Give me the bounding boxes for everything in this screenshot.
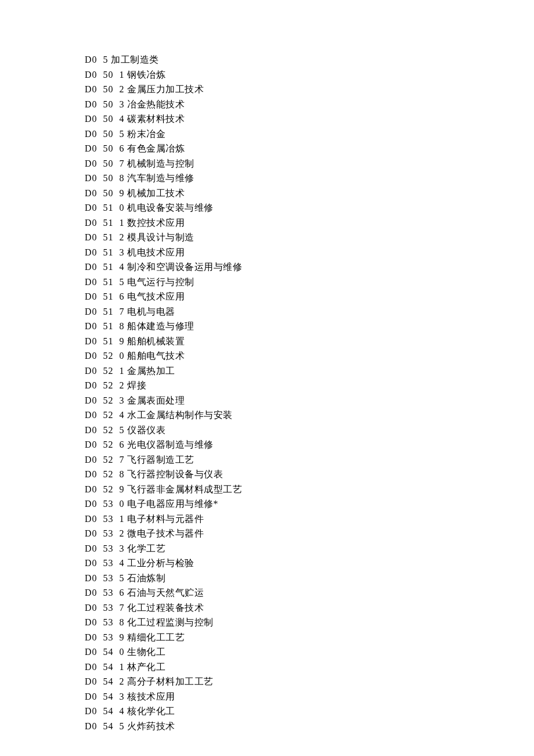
classification-name: 电机与电器 <box>127 307 175 316</box>
classification-name: 船舶机械装置 <box>127 336 185 346</box>
list-item: D0 53 8 化工过程监测与控制 <box>85 615 534 630</box>
list-item: D0 53 3 化学工艺 <box>85 541 534 556</box>
list-item: D0 53 2 微电子技术与器件 <box>85 526 534 541</box>
list-item: D0 51 8 船体建造与修理 <box>85 319 534 334</box>
classification-code: D0 54 5 <box>85 721 125 731</box>
classification-code: D0 54 0 <box>85 647 125 657</box>
classification-code: D0 53 0 <box>85 499 125 509</box>
classification-code: D0 53 7 <box>85 603 125 613</box>
classification-name: 船舶电气技术 <box>127 351 185 361</box>
list-item: D0 52 5 仪器仪表 <box>85 423 534 438</box>
classification-name: 机电设备安装与维修 <box>127 203 214 213</box>
list-item: D0 52 2 焊接 <box>85 378 534 393</box>
classification-code: D0 52 5 <box>85 425 125 435</box>
classification-code: D0 54 1 <box>85 662 125 672</box>
list-item: D0 50 5 粉末冶金 <box>85 127 534 142</box>
classification-name: 数控技术应用 <box>127 218 185 228</box>
list-item: D0 50 9 机械加工技术 <box>85 186 534 201</box>
classification-name: 光电仪器制造与维修 <box>127 440 214 449</box>
classification-code: D0 51 8 <box>85 321 125 331</box>
classification-name: 机械加工技术 <box>127 188 185 198</box>
classification-name: 核化学化工 <box>127 706 175 716</box>
classification-name: 核技术应用 <box>127 692 175 701</box>
classification-code: D0 51 0 <box>85 203 125 213</box>
classification-code: D0 52 2 <box>85 380 125 390</box>
list-item: D0 51 2 模具设计与制造 <box>85 230 534 245</box>
classification-code: D0 54 4 <box>85 706 125 716</box>
list-item: D0 52 1 金属热加工 <box>85 363 534 379</box>
classification-name: 水工金属结构制作与安装 <box>127 410 233 420</box>
list-item: D0 54 4 核化学化工 <box>85 704 534 719</box>
classification-code: D0 51 6 <box>85 291 125 301</box>
list-item: D0 52 0 船舶电气技术 <box>85 348 534 363</box>
classification-name: 制冷和空调设备运用与维修 <box>127 262 242 272</box>
classification-name: 机械制造与控制 <box>127 159 194 168</box>
classification-name: 加工制造类 <box>111 55 159 64</box>
classification-name: 火炸药技术 <box>127 721 175 731</box>
classification-name: 精细化工工艺 <box>127 632 185 642</box>
list-item: D0 53 7 化工过程装备技术 <box>85 600 534 615</box>
classification-code: D0 53 6 <box>85 588 125 597</box>
classification-name: 粉末冶金 <box>127 129 165 139</box>
classification-code: D0 51 2 <box>85 232 125 242</box>
classification-name: 电子材料与元器件 <box>127 514 204 524</box>
classification-code: D0 51 9 <box>85 336 125 346</box>
list-item: D0 52 8 飞行器控制设备与仪表 <box>85 467 534 482</box>
classification-code: D0 51 3 <box>85 247 125 257</box>
classification-code: D0 52 1 <box>85 366 125 376</box>
classification-name: 高分子材料加工工艺 <box>127 676 214 686</box>
classification-code: D0 50 1 <box>85 70 125 80</box>
classification-code: D0 51 4 <box>85 262 125 272</box>
list-item: D0 51 7 电机与电器 <box>85 304 534 319</box>
classification-list: D0 5 加工制造类D0 50 1 钢铁冶炼D0 50 2 金属压力加工技术D0… <box>85 52 534 733</box>
list-item: D0 50 4 碳素材料技术 <box>85 111 534 127</box>
classification-code: D0 52 3 <box>85 395 125 405</box>
list-item: D0 51 4 制冷和空调设备运用与维修 <box>85 260 534 275</box>
list-item: D0 50 6 有色金属冶炼 <box>85 141 534 156</box>
classification-name: 微电子技术与器件 <box>127 528 204 538</box>
list-item: D0 54 1 林产化工 <box>85 660 534 675</box>
classification-code: D0 52 9 <box>85 484 125 494</box>
list-item: D0 51 6 电气技术应用 <box>85 289 534 304</box>
classification-code: D0 50 3 <box>85 99 125 109</box>
list-item: D0 52 4 水工金属结构制作与安装 <box>85 408 534 423</box>
classification-name: 模具设计与制造 <box>127 232 194 242</box>
classification-code: D0 52 4 <box>85 410 125 420</box>
list-item: D0 50 1 钢铁冶炼 <box>85 67 534 82</box>
classification-code: D0 52 7 <box>85 455 125 465</box>
classification-code: D0 52 0 <box>85 351 125 361</box>
list-item: D0 51 1 数控技术应用 <box>85 215 534 231</box>
classification-name: 工业分析与检验 <box>127 558 194 568</box>
list-item: D0 51 5 电气运行与控制 <box>85 275 534 290</box>
list-item: D0 52 6 光电仪器制造与维修 <box>85 437 534 452</box>
classification-code: D0 52 6 <box>85 440 125 449</box>
classification-name: 机电技术应用 <box>127 247 185 257</box>
list-item: D0 5 加工制造类 <box>85 52 534 67</box>
classification-name: 化工过程监测与控制 <box>127 617 214 627</box>
classification-code: D0 53 9 <box>85 632 125 642</box>
classification-code: D0 50 5 <box>85 129 125 139</box>
classification-code: D0 54 3 <box>85 692 125 701</box>
classification-name: 电子电器应用与维修* <box>127 499 218 509</box>
classification-name: 化学工艺 <box>127 543 165 553</box>
classification-name: 汽车制造与维修 <box>127 173 194 183</box>
classification-code: D0 50 2 <box>85 84 125 94</box>
classification-name: 电气运行与控制 <box>127 277 194 287</box>
list-item: D0 51 3 机电技术应用 <box>85 245 534 260</box>
list-item: D0 54 2 高分子材料加工工艺 <box>85 674 534 689</box>
classification-code: D0 53 4 <box>85 558 125 568</box>
classification-name: 飞行器控制设备与仪表 <box>127 469 223 479</box>
classification-name: 生物化工 <box>127 647 165 657</box>
classification-code: D0 54 2 <box>85 676 125 686</box>
list-item: D0 53 5 石油炼制 <box>85 571 534 586</box>
list-item: D0 54 3 核技术应用 <box>85 689 534 704</box>
classification-code: D0 50 9 <box>85 188 125 198</box>
list-item: D0 50 3 冶金热能技术 <box>85 97 534 112</box>
classification-code: D0 53 2 <box>85 528 125 538</box>
classification-name: 金属压力加工技术 <box>127 84 204 94</box>
classification-name: 焊接 <box>127 380 146 390</box>
classification-code: D0 50 7 <box>85 159 125 168</box>
classification-code: D0 51 5 <box>85 277 125 287</box>
list-item: D0 51 0 机电设备安装与维修 <box>85 200 534 215</box>
classification-name: 碳素材料技术 <box>127 114 185 124</box>
